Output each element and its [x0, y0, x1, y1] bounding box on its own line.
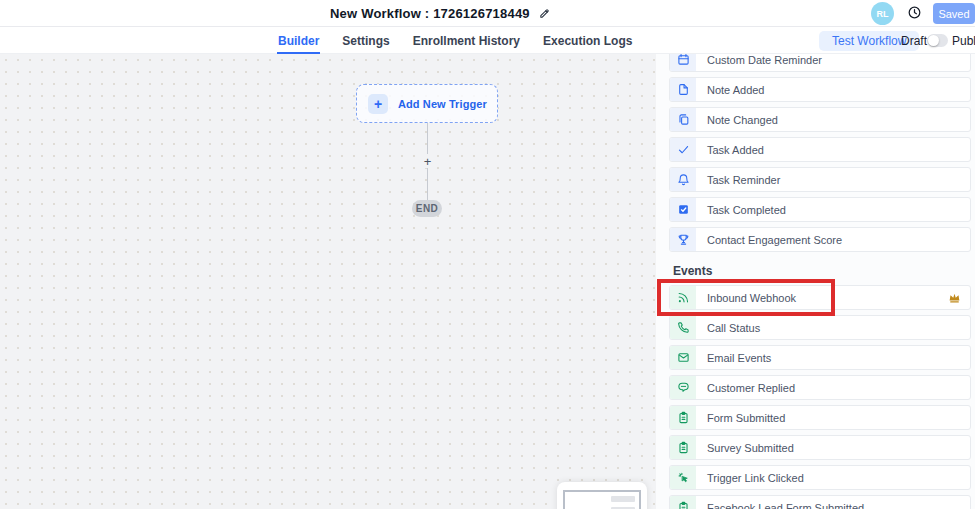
- trigger-item-task-added[interactable]: Task Added: [669, 137, 971, 162]
- tab-bar: BuilderSettingsEnrollment HistoryExecuti…: [0, 27, 975, 54]
- trigger-item-survey-submitted[interactable]: Survey Submitted: [669, 435, 971, 460]
- workflow-builder-page: New Workflow : 1726126718449 RL Saved Bu…: [0, 0, 975, 509]
- version-history-icon[interactable]: [907, 5, 922, 20]
- trigger-item-email-events[interactable]: Email Events: [669, 345, 971, 370]
- trigger-item-label: Task Completed: [696, 204, 786, 216]
- trigger-item-label: Contact Engagement Score: [696, 234, 842, 246]
- trigger-item-customer-replied[interactable]: Customer Replied: [669, 375, 971, 400]
- add-new-trigger-label: Add New Trigger: [398, 98, 487, 110]
- trigger-item-label: Facebook Lead Form Submitted: [696, 502, 864, 509]
- trigger-item-label: Form Submitted: [696, 412, 785, 424]
- tab-builder[interactable]: Builder: [278, 27, 319, 54]
- section-header-events: Events: [673, 264, 971, 278]
- draft-label: Draft: [901, 34, 927, 48]
- end-node: END: [412, 200, 442, 217]
- top-header: New Workflow : 1726126718449 RL Saved: [0, 0, 975, 27]
- trigger-item-label: Note Added: [696, 84, 765, 96]
- edit-title-pencil-icon[interactable]: [539, 8, 550, 19]
- trigger-item-label: Note Changed: [696, 114, 778, 126]
- workflow-title-wrap: New Workflow : 1726126718449: [330, 0, 550, 27]
- trigger-list: Custom Date ReminderNote AddedNote Chang…: [669, 54, 971, 509]
- trigger-item-label: Call Status: [696, 322, 760, 334]
- trigger-item-custom-date-reminder[interactable]: Custom Date Reminder: [669, 54, 971, 72]
- trigger-item-label: Task Reminder: [696, 174, 780, 186]
- publish-label: Publish: [952, 34, 975, 48]
- task-completed-icon: [670, 198, 696, 221]
- trigger-item-label: Custom Date Reminder: [696, 54, 822, 66]
- add-step-plus-icon[interactable]: +: [420, 154, 435, 168]
- publish-toggle[interactable]: [927, 34, 948, 47]
- trigger-item-label: Inbound Webhook: [696, 292, 796, 304]
- trigger-item-call-status[interactable]: Call Status: [669, 315, 971, 340]
- check-icon: [670, 138, 696, 161]
- preview-popup-frame: [563, 490, 641, 509]
- trigger-item-label: Task Added: [696, 144, 764, 156]
- form-icon: [670, 406, 696, 429]
- trigger-item-label: Survey Submitted: [696, 442, 794, 454]
- saved-button[interactable]: Saved: [933, 3, 975, 24]
- note-changed-icon: [670, 108, 696, 131]
- tab-settings[interactable]: Settings: [342, 27, 389, 54]
- tab-enrollment-history[interactable]: Enrollment History: [413, 27, 520, 54]
- link-click-icon: [670, 466, 696, 489]
- preview-popup-partial: [557, 482, 647, 509]
- bell-icon: [670, 168, 696, 191]
- workflow-title: New Workflow : 1726126718449: [330, 6, 530, 21]
- trigger-item-form-submitted[interactable]: Form Submitted: [669, 405, 971, 430]
- trigger-sidebar: Custom Date ReminderNote AddedNote Chang…: [656, 54, 975, 509]
- toggle-knob: [928, 35, 939, 46]
- tabs: BuilderSettingsEnrollment HistoryExecuti…: [278, 27, 632, 54]
- trigger-item-label: Trigger Link Clicked: [696, 472, 804, 484]
- trigger-item-facebook-lead-form-submitted[interactable]: Facebook Lead Form Submitted: [669, 495, 971, 509]
- webhook-icon: [670, 286, 696, 309]
- plus-icon: +: [368, 94, 388, 114]
- crown-icon: [948, 291, 961, 304]
- email-icon: [670, 346, 696, 369]
- chat-icon: [670, 376, 696, 399]
- tab-execution-logs[interactable]: Execution Logs: [543, 27, 632, 54]
- placeholder-bar: [611, 496, 635, 502]
- trigger-item-trigger-link-clicked[interactable]: Trigger Link Clicked: [669, 465, 971, 490]
- trigger-item-note-added[interactable]: Note Added: [669, 77, 971, 102]
- user-avatar[interactable]: RL: [871, 2, 894, 25]
- trigger-item-task-completed[interactable]: Task Completed: [669, 197, 971, 222]
- phone-icon: [670, 316, 696, 339]
- add-new-trigger-button[interactable]: + Add New Trigger: [356, 84, 498, 123]
- facebook-form-icon: [670, 496, 696, 509]
- trigger-item-inbound-webhook[interactable]: Inbound Webhook: [669, 285, 971, 310]
- trigger-item-note-changed[interactable]: Note Changed: [669, 107, 971, 132]
- trigger-item-label: Email Events: [696, 352, 771, 364]
- trigger-item-label: Customer Replied: [696, 382, 795, 394]
- calendar-icon: [670, 54, 696, 71]
- survey-icon: [670, 436, 696, 459]
- trigger-item-task-reminder[interactable]: Task Reminder: [669, 167, 971, 192]
- note-icon: [670, 78, 696, 101]
- trigger-item-contact-engagement-score[interactable]: Contact Engagement Score: [669, 227, 971, 252]
- workflow-canvas[interactable]: + Add New Trigger + END: [0, 54, 656, 509]
- trophy-icon: [670, 228, 696, 251]
